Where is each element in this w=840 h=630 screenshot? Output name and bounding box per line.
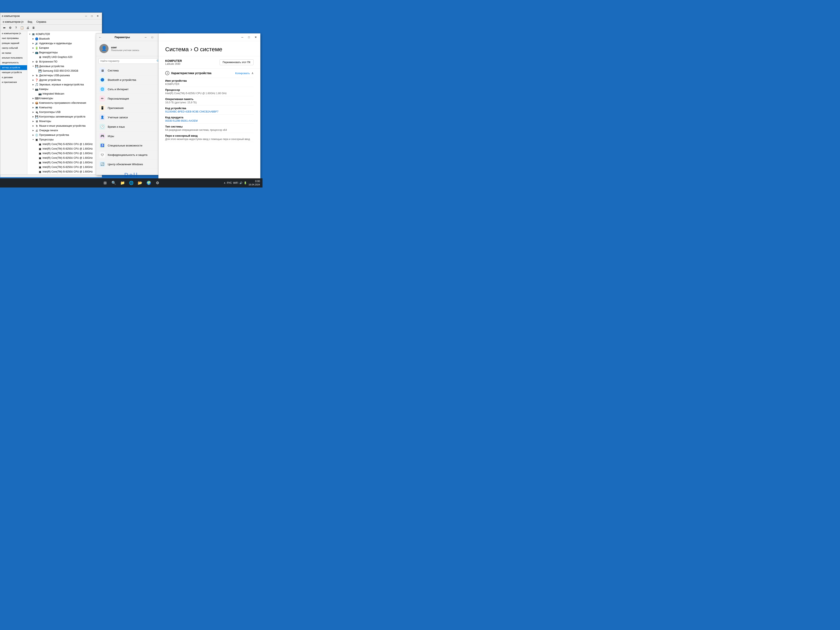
tree-item-uhd[interactable]: 🖥 Intel(R) UHD Graphics 620 <box>27 55 102 59</box>
tree-item-ssd[interactable]: 💾 Samsung SSD 850 EVO 250GB <box>27 68 102 73</box>
tree-item-cpu-5[interactable]: ▣ Intel(R) Core(TM) i5-8250U CPU @ 1.60G… <box>27 165 102 169</box>
sound-icon[interactable]: 🔊 <box>239 182 243 185</box>
maximize-button[interactable]: □ <box>89 14 95 18</box>
edge-taskbar-button[interactable]: 🌐 <box>128 179 135 187</box>
start-button[interactable]: ⊞ <box>101 179 109 187</box>
wifi-icon[interactable]: WiFi <box>233 182 238 185</box>
expander-computer[interactable]: ▶ <box>32 106 35 109</box>
tree-item-cpus[interactable]: ▼ ▣ Процессоры <box>27 137 102 142</box>
expander-usb-disp[interactable]: ▶ <box>32 74 35 77</box>
files-taskbar-button[interactable]: 📂 <box>136 179 144 187</box>
toolbar-btn-1[interactable]: ⬅ <box>2 25 7 30</box>
copy-button[interactable]: Копировать <box>235 72 250 75</box>
toolbar-btn-3[interactable]: ? <box>14 25 19 30</box>
expander-batteries[interactable]: ▶ <box>32 46 35 50</box>
expander-video[interactable]: ▼ <box>32 51 35 54</box>
sidebar-item-3[interactable]: смотр событий <box>0 46 27 51</box>
tree-item-mice[interactable]: ▶ 🖱 Мыши и иные указывающие устройства <box>27 123 102 128</box>
sidebar-item-9[interactable]: е дисками <box>0 75 27 80</box>
systray-chevron[interactable]: ∧ <box>224 182 226 185</box>
tree-item-storage-ctrl[interactable]: ▶ 💾 Контроллеры запоминающих устройств <box>27 114 102 119</box>
sidebar-item-6[interactable]: зводительность <box>0 60 27 65</box>
tree-item-keyboards[interactable]: ▶ ⌨ Клавиатуры <box>27 96 102 101</box>
expander-usb-ctrl[interactable]: ▶ <box>32 111 35 114</box>
expander-cpus[interactable]: ▼ <box>32 138 35 141</box>
toolbar-btn-4[interactable]: 📋 <box>19 25 24 30</box>
device-tree[interactable]: ▼ 💻 KOMPUTER ▶ 🔵 Bluetooth ▶ 🔊 Аудиовход… <box>27 31 102 174</box>
settings-nav-accounts[interactable]: 👤 Учетные записи <box>96 113 164 122</box>
settings-nav-games[interactable]: 🎮 Игры <box>96 131 164 141</box>
settings-nav-updates[interactable]: 🔄 Центр обновления Windows <box>96 159 164 169</box>
tree-item-usb-ctrl[interactable]: ▶ 🔌 Контроллеры USB <box>27 110 102 114</box>
settings-nav-personalization[interactable]: ✏ Персонализация <box>96 94 164 103</box>
toolbar-btn-2[interactable]: ⚙ <box>8 25 13 30</box>
close-button[interactable]: ✕ <box>95 14 100 18</box>
expander-komputer[interactable]: ▼ <box>28 33 32 36</box>
tree-item-cpu-1[interactable]: ▣ Intel(R) Core(TM) i5-8250U CPU @ 1.60G… <box>27 147 102 151</box>
network-taskbar-button[interactable]: 🌍 <box>145 179 153 187</box>
search-taskbar-button[interactable]: 🔍 <box>110 179 117 187</box>
settings-back-button[interactable]: ← <box>98 35 102 39</box>
tree-item-cpu-0[interactable]: ▣ Intel(R) Core(TM) i5-8250U CPU @ 1.60G… <box>27 142 102 147</box>
tree-item-sound[interactable]: ▶ 🎵 Звуковые, игровые и видеоустройства <box>27 82 102 87</box>
sidebar-item-2[interactable]: ровщик заданий <box>0 41 27 46</box>
sidebar-item-5[interactable]: альные пользовата <box>0 55 27 60</box>
tree-item-monitors[interactable]: ▶ 🖥 Мониторы <box>27 119 102 123</box>
expander-printers[interactable]: ▶ <box>32 129 35 132</box>
settings-nav-accessibility[interactable]: ♿ Специальные возможности <box>96 141 164 150</box>
sysinfo-minimize-button[interactable]: ─ <box>239 35 245 40</box>
tree-item-video[interactable]: ▼ 📺 Видеоадаптеры <box>27 50 102 55</box>
tree-item-batteries[interactable]: ▶ 🔋 Батареи <box>27 46 102 50</box>
rename-pc-button[interactable]: Переименовать этот ПК <box>219 59 254 65</box>
tree-item-cpu-6[interactable]: ▣ Intel(R) Core(TM) i5-8250U CPU @ 1.60G… <box>27 169 102 174</box>
settings-nav-network[interactable]: 🌐 Сеть и Интернет <box>96 85 164 94</box>
sysinfo-close-button[interactable]: ✕ <box>253 35 259 40</box>
tree-item-cpu-2[interactable]: ▣ Intel(R) Core(TM) i5-8250U CPU @ 1.60G… <box>27 151 102 156</box>
settings-nav-privacy[interactable]: 🛡 Конфиденциальность и защита <box>96 150 164 159</box>
chevron-up-icon[interactable]: ∧ <box>251 71 254 75</box>
tree-item-disks[interactable]: ▼ 💾 Дисковые устройства <box>27 64 102 68</box>
settings-maximize-button[interactable]: □ <box>149 35 155 40</box>
horizontal-scrollbar[interactable] <box>0 174 102 177</box>
expander-sw-devices[interactable]: ▶ <box>32 133 35 137</box>
sidebar-item-0[interactable]: е компьютером (л <box>0 31 27 36</box>
toolbar-btn-6[interactable]: 🖥 <box>31 25 36 30</box>
expander-audio[interactable]: ▶ <box>32 42 35 45</box>
settings-nav-sistema[interactable]: 🖥 Система <box>96 66 164 75</box>
settings-search-input[interactable] <box>100 60 156 63</box>
menu-item-help[interactable]: Справка <box>36 20 47 24</box>
tree-item-printers[interactable]: ▶ 🖨 Очереди печати <box>27 128 102 133</box>
expander-firmware[interactable]: ▶ <box>32 60 35 63</box>
tree-item-cpu-4[interactable]: ▣ Intel(R) Core(TM) i5-8250U CPU @ 1.60G… <box>27 160 102 165</box>
tree-item-audio[interactable]: ▶ 🔊 Аудиовходы и аудиовыходы <box>27 41 102 46</box>
expander-storage-ctrl[interactable]: ▶ <box>32 115 35 118</box>
settings-nav-bluetooth[interactable]: 🔵 Bluetooth и устройства <box>96 75 164 85</box>
expander-sound[interactable]: ▶ <box>32 83 35 86</box>
sidebar-item-8[interactable]: нающие устройств <box>0 70 27 75</box>
expander-keyboards[interactable]: ▶ <box>32 97 35 100</box>
settings-nav-time[interactable]: 🕐 Время и язык <box>96 122 164 131</box>
expander-other[interactable]: ▶ <box>32 78 35 82</box>
tree-item-firmware[interactable]: ▶ ⚙ Встроенное ПО <box>27 59 102 64</box>
expander-software[interactable]: ▶ <box>32 101 35 104</box>
expander-bluetooth[interactable]: ▶ <box>32 37 35 40</box>
battery-icon[interactable]: 🔋 <box>244 182 247 185</box>
tree-item-komputer[interactable]: ▼ 💻 KOMPUTER <box>27 32 102 36</box>
sidebar-item-4[interactable]: ие папки <box>0 51 27 55</box>
clock[interactable]: 0:00 16.04.2024 <box>248 180 260 186</box>
tree-item-cpu-3[interactable]: ▣ Intel(R) Core(TM) i5-8250U CPU @ 1.60G… <box>27 156 102 160</box>
sidebar-item-1[interactable]: ные программы <box>0 36 27 41</box>
tree-item-software[interactable]: ▶ 📦 Компоненты программного обеспечения <box>27 101 102 105</box>
tree-item-cpu-7[interactable]: ▣ Intel(R) Core(TM) i5-8250U CPU @ 1.60G… <box>27 174 102 174</box>
expander-cameras[interactable]: ▼ <box>32 87 35 91</box>
sidebar-item-10[interactable]: и приложения <box>0 80 27 85</box>
explorer-taskbar-button[interactable]: 📁 <box>119 179 126 187</box>
toolbar-btn-5[interactable]: 🖨 <box>25 25 30 30</box>
tree-item-other[interactable]: ▶ ❓ Другие устройства <box>27 78 102 82</box>
tree-item-usb-disp[interactable]: ▶ 🖱 Диспетчеры USB-разъема <box>27 73 102 78</box>
expander-disks[interactable]: ▼ <box>32 65 35 68</box>
language-indicator[interactable]: РУС <box>227 182 232 185</box>
menu-item-file[interactable]: е компьютером (л <box>2 20 24 24</box>
settings-nav-apps[interactable]: 📱 Приложения <box>96 103 164 113</box>
expander-monitors[interactable]: ▶ <box>32 120 35 123</box>
